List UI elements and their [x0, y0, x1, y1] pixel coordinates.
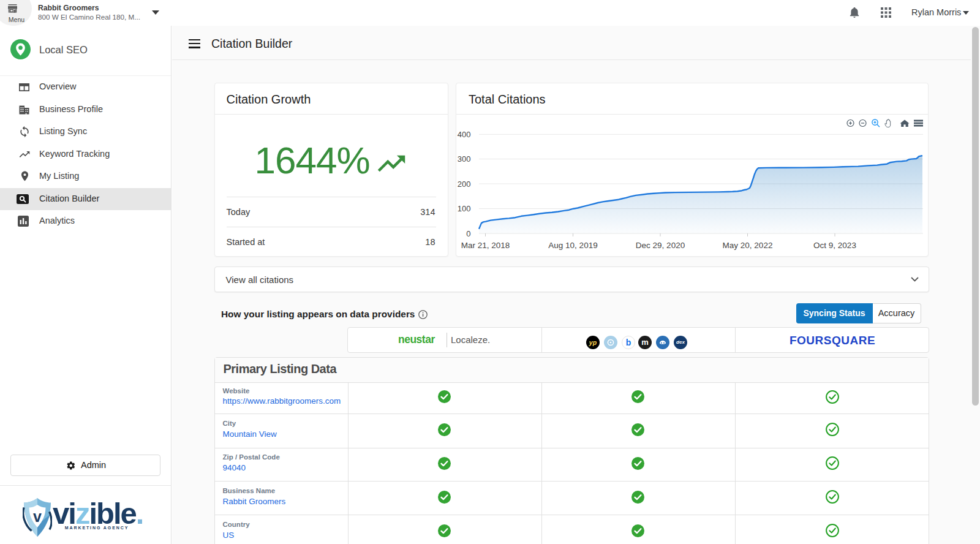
- svg-text:100: 100: [458, 204, 471, 213]
- svg-text:May 20, 2022: May 20, 2022: [723, 241, 773, 250]
- svg-text:v: v: [33, 508, 42, 525]
- svg-text:Aug 10, 2019: Aug 10, 2019: [548, 241, 597, 250]
- svg-text:Dec 29, 2020: Dec 29, 2020: [636, 241, 685, 250]
- svg-text:200: 200: [458, 179, 471, 189]
- svg-text:400: 400: [458, 130, 471, 139]
- svg-text:0: 0: [466, 229, 470, 238]
- svg-text:Mar 21, 2018: Mar 21, 2018: [461, 241, 510, 250]
- svg-text:300: 300: [458, 154, 471, 164]
- svg-text:Oct 9, 2023: Oct 9, 2023: [813, 241, 856, 250]
